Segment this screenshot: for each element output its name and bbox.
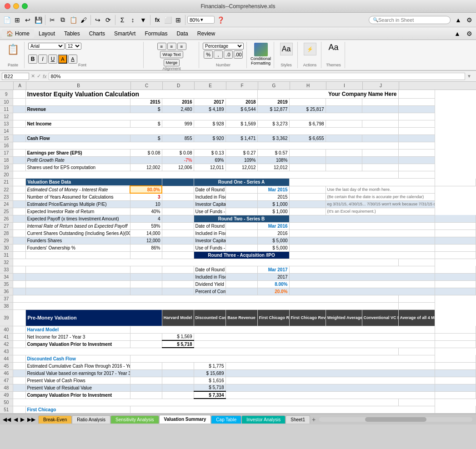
cell[interactable] — [13, 90, 25, 99]
underline-button[interactable]: U — [48, 55, 57, 64]
new-icon[interactable]: 📄 — [2, 15, 12, 25]
highlight-button[interactable]: A — [58, 55, 67, 64]
menu-tables[interactable]: Tables — [60, 29, 85, 38]
scrollbar-thumb[interactable] — [365, 417, 426, 422]
formula-expand-icon[interactable]: ▼ — [467, 74, 474, 79]
tab-sheet1[interactable]: Sheet1 — [286, 415, 310, 424]
align-right-button[interactable]: ≡ — [177, 43, 186, 50]
sheet-back-icon[interactable]: ◀ — [13, 416, 19, 423]
themes-icon[interactable]: Aa — [329, 43, 339, 52]
align-center-button[interactable]: ≡ — [167, 43, 176, 50]
menu-formulas[interactable]: Formulas — [140, 29, 172, 38]
maximize-button[interactable] — [22, 3, 28, 9]
fontsize-select[interactable]: 12 — [65, 43, 81, 50]
wrap-text-button[interactable]: Wrap Text — [160, 51, 183, 58]
actions-group: ⚡ Actions — [299, 42, 321, 68]
tab-investor-analysis[interactable]: Investor Analysis — [241, 415, 286, 424]
alignment-group: ≡ ≡ ≡ Wrap Text Merge Alignment — [145, 42, 199, 68]
col-header-g[interactable]: G — [258, 82, 290, 90]
spreadsheet: A B C D E F G H I J — [0, 82, 476, 414]
sum-icon[interactable]: Σ — [117, 15, 127, 25]
copy-icon[interactable]: ⧉ — [58, 15, 68, 25]
table-row: 27 Internal Rate of Return based on Expe… — [0, 222, 476, 229]
grid-icon[interactable]: ⊞ — [12, 15, 22, 25]
table-row: 38 — [0, 302, 476, 309]
font-select[interactable]: Arial — [28, 43, 65, 50]
col-header-i[interactable]: I — [326, 82, 363, 90]
insert-icon[interactable]: ⬜ — [163, 15, 173, 25]
align-left-button[interactable]: ≡ — [157, 43, 166, 50]
title-cell[interactable]: Investor Equity Valuation Calculation — [25, 90, 257, 99]
sort-icon[interactable]: ↕ — [128, 15, 138, 25]
bold-button[interactable]: B — [28, 55, 37, 64]
actions-icon[interactable]: ⚡ — [304, 43, 316, 55]
minimize-button[interactable] — [13, 3, 19, 9]
collapse-ribbon-icon[interactable]: ▲ — [452, 29, 462, 39]
menu-layout[interactable]: Layout — [34, 29, 60, 38]
percent-button[interactable]: % — [204, 50, 213, 59]
number-format-select[interactable]: Percentage — [203, 43, 244, 50]
tab-valuation-summary[interactable]: Valuation Summary — [159, 415, 211, 424]
function-icons: fx ⬜ ⊞ — [152, 15, 185, 25]
save-icon[interactable]: 💾 — [33, 15, 43, 25]
sheet-prev-icon[interactable]: ◀◀ — [2, 416, 12, 423]
comma-button[interactable]: , — [214, 50, 223, 59]
search-box[interactable]: 🔍 — [369, 16, 451, 24]
format-paint-icon[interactable]: 🖌 — [79, 15, 89, 25]
col-header-j[interactable]: J — [363, 82, 399, 90]
company-name-cell[interactable]: Your Company Name Here — [257, 90, 398, 99]
arrow-icon[interactable]: ⟳ — [103, 15, 113, 25]
italic-button[interactable]: I — [38, 55, 47, 64]
cell-reference[interactable]: B22 — [2, 73, 29, 80]
col-header-e[interactable]: E — [195, 82, 226, 90]
corner-cell — [0, 82, 14, 90]
table-row: 40 Harvard Model — [0, 326, 476, 333]
close-button[interactable] — [5, 3, 10, 9]
col-header-h[interactable]: H — [290, 82, 326, 90]
col-header-d[interactable]: D — [163, 82, 195, 90]
table-row: 51 First Chicago — [0, 406, 476, 413]
redo-icon[interactable]: ↪ — [93, 15, 103, 25]
menu-home[interactable]: 🏠 Home — [2, 29, 34, 38]
cut-icon[interactable]: ✂ — [47, 15, 57, 25]
menu-charts[interactable]: Charts — [85, 29, 110, 38]
menu-data[interactable]: Data — [172, 29, 192, 38]
col-header-a[interactable]: A — [14, 82, 26, 90]
table-icon[interactable]: ⊞ — [173, 15, 183, 25]
table-row: 22 Estimated Cost of Money - Interest Ra… — [0, 186, 476, 193]
menu-smartart[interactable]: SmartArt — [110, 29, 140, 38]
format-group: ConditionalFormatting — [248, 42, 274, 68]
table-row: 24 Estimated Price/Earnings Multiple (P/… — [0, 200, 476, 208]
paste-button[interactable]: 📋 — [6, 43, 20, 56]
tab-break-even[interactable]: Break-Even — [38, 415, 72, 424]
ribbon-options-icon[interactable]: ⚙ — [464, 29, 474, 39]
col-header-f[interactable]: F — [226, 82, 258, 90]
formula-input[interactable] — [49, 73, 465, 80]
col-header-b[interactable]: B — [26, 82, 131, 90]
filter-icon[interactable]: ▼ — [138, 15, 148, 25]
undo-icon[interactable]: ↩ — [23, 15, 33, 25]
decimal-dec-button[interactable]: .00 — [234, 50, 243, 59]
zoom-control[interactable]: 80% ▾ — [187, 16, 215, 24]
tab-cap-table[interactable]: Cap Table — [211, 415, 241, 424]
sheet-last-icon[interactable]: ▶▶ — [26, 416, 36, 423]
function-icon[interactable]: fx — [152, 15, 162, 25]
merge-button[interactable]: Merge — [164, 59, 180, 66]
sheet-next-icon[interactable]: ▶ — [20, 416, 25, 423]
table-row: 25 Expected Investor Rate of Return 40% … — [0, 208, 476, 215]
menu-review[interactable]: Review — [193, 29, 220, 38]
toolbar-row1: 📄 ⊞ ↩ 💾 ✂ ⧉ 📋 🖌 ↪ ⟳ Σ ↕ ▼ fx ⬜ ⊞ 80% ▾ ❓… — [0, 13, 476, 27]
horizontal-scrollbar[interactable] — [319, 417, 472, 422]
col-header-c[interactable]: C — [131, 82, 163, 90]
help-icon[interactable]: ❓ — [215, 15, 225, 25]
decimal-inc-button[interactable]: .0 — [224, 50, 233, 59]
expand-icon[interactable]: ▲ — [453, 15, 463, 25]
font-color-button[interactable]: A — [68, 55, 77, 64]
tab-sensitivity-analysis[interactable]: Sensitivity Analysis — [110, 415, 159, 424]
paste-icon[interactable]: 📋 — [68, 15, 78, 25]
tab-ratio-analysis[interactable]: Ratio Analysis — [72, 415, 110, 424]
search-input[interactable] — [378, 17, 442, 23]
add-sheet-icon[interactable]: + — [312, 416, 316, 423]
settings-icon[interactable]: ⚙ — [464, 15, 474, 25]
formula-fx: fx — [43, 74, 47, 79]
